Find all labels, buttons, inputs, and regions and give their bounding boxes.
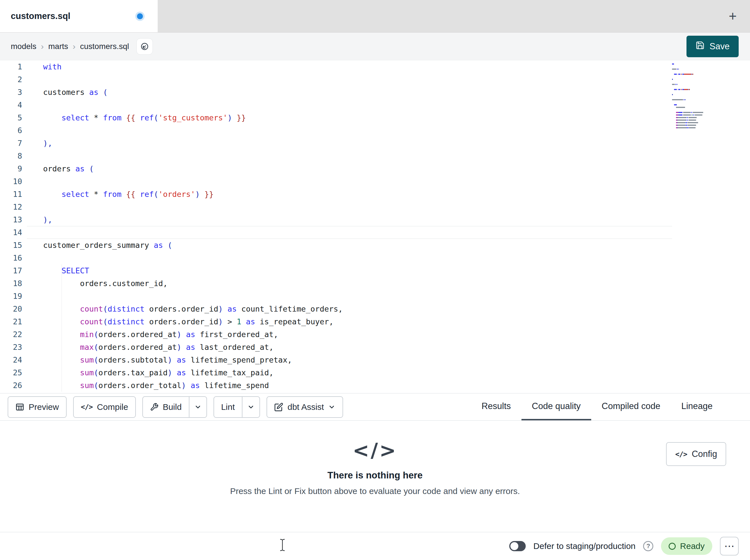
code-line-10[interactable]: 10 [0, 175, 750, 188]
minimap-line [672, 96, 715, 98]
plus-icon: + [729, 9, 737, 23]
minimap-line [672, 124, 715, 126]
build-button-main[interactable]: Build [143, 397, 189, 417]
code-line-25[interactable]: 25 sum(orders.tax_paid) as lifetime_tax_… [0, 366, 750, 379]
code-line-6[interactable]: 6 [0, 124, 750, 137]
line-number: 5 [0, 111, 27, 124]
line-number: 9 [0, 162, 27, 175]
status-badge[interactable]: Ready [661, 537, 712, 555]
line-number: 6 [0, 124, 27, 137]
help-icon[interactable]: ? [643, 541, 653, 551]
minimap-line [672, 91, 715, 93]
minimap-line [672, 106, 715, 108]
line-number: 10 [0, 175, 27, 188]
code-line-17[interactable]: 17 SELECT [0, 264, 750, 277]
chevron-down-icon [328, 403, 335, 411]
new-tab-button[interactable]: + [725, 8, 741, 24]
minimap-line [672, 113, 715, 116]
minimap-line [672, 93, 715, 96]
lint-dropdown[interactable] [242, 397, 259, 417]
save-button[interactable]: Save [687, 36, 739, 57]
line-number: 16 [0, 251, 27, 264]
tab-results[interactable]: Results [471, 393, 521, 420]
unsaved-changes-dot-icon [137, 13, 143, 19]
minimap-line [672, 80, 715, 83]
dbt-assist-button[interactable]: dbt Assist [267, 396, 343, 418]
minimap-line [672, 78, 715, 80]
save-icon [695, 41, 705, 52]
code-line-4[interactable]: 4 [0, 99, 750, 111]
tab-bar: customers.sql + [0, 0, 750, 33]
code-line-23[interactable]: 23 max(orders.ordered_at) as last_ordere… [0, 341, 750, 353]
line-number: 1 [0, 60, 27, 73]
line-number: 2 [0, 73, 27, 86]
code-icon: </> [81, 403, 93, 411]
minimap[interactable] [672, 63, 715, 129]
breadcrumb-item-customers-sql[interactable]: customers.sql [80, 42, 129, 51]
breadcrumb-item-models[interactable]: models [11, 42, 36, 51]
minimap-line [672, 126, 715, 129]
minimap-line [672, 103, 715, 106]
overflow-menu-button[interactable]: ⋯ [720, 537, 739, 556]
editor-tab-customers-sql[interactable]: customers.sql [0, 0, 158, 32]
tab-lineage[interactable]: Lineage [671, 393, 723, 420]
code-line-5[interactable]: 5 select * from {{ ref('stg_customers') … [0, 111, 750, 124]
line-number: 25 [0, 366, 27, 379]
minimap-line [672, 98, 715, 101]
build-button[interactable]: Build [142, 396, 207, 418]
minimap-line [672, 73, 715, 75]
line-number: 8 [0, 149, 27, 162]
breadcrumb-item-marts[interactable]: marts [48, 42, 68, 51]
result-tabs: ResultsCode qualityCompiled codeLineage [471, 393, 723, 420]
defer-toggle[interactable] [509, 541, 526, 551]
dbt-assist-button-label: dbt Assist [288, 402, 324, 412]
code-quality-panel: </> There is nothing here Press the Lint… [0, 421, 750, 532]
code-line-26[interactable]: 26 sum(orders.order_total) as lifetime_s… [0, 379, 750, 392]
lint-button-main[interactable]: Lint [214, 397, 242, 417]
code-line-18[interactable]: 18 orders.customer_id, [0, 277, 750, 290]
file-action-icon [140, 42, 149, 51]
code-line-2[interactable]: 2 [0, 73, 750, 86]
code-line-19[interactable]: 19 [0, 290, 750, 303]
code-line-12[interactable]: 12 [0, 201, 750, 213]
minimap-line [672, 121, 715, 124]
line-number: 7 [0, 137, 27, 149]
code-line-21[interactable]: 21 count(distinct orders.order_id) > 1 a… [0, 315, 750, 328]
tab-compiled-code[interactable]: Compiled code [591, 393, 671, 420]
config-button[interactable]: </> Config [666, 442, 726, 466]
code-line-11[interactable]: 11 select * from {{ ref('orders') }} [0, 188, 750, 201]
code-line-7[interactable]: 7), [0, 137, 750, 149]
code-line-24[interactable]: 24 sum(orders.subtotal) as lifetime_spen… [0, 353, 750, 366]
minimap-line [672, 83, 715, 86]
preview-button[interactable]: Preview [8, 396, 67, 418]
chevron-down-icon [247, 403, 255, 411]
build-dropdown[interactable] [189, 397, 206, 417]
line-number: 20 [0, 303, 27, 315]
line-number: 13 [0, 213, 27, 226]
minimap-line [672, 101, 715, 103]
code-line-3[interactable]: 3customers as ( [0, 86, 750, 99]
code-line-15[interactable]: 15customer_orders_summary as ( [0, 239, 750, 251]
line-number: 15 [0, 239, 27, 251]
compile-button[interactable]: </> Compile [73, 396, 136, 418]
code-line-20[interactable]: 20 count(distinct orders.order_id) as co… [0, 303, 750, 315]
line-number: 14 [0, 226, 27, 239]
code-line-9[interactable]: 9orders as ( [0, 162, 750, 175]
code-line-8[interactable]: 8 [0, 149, 750, 162]
breadcrumb-bar: models›marts›customers.sql Save [0, 33, 750, 60]
line-number: 12 [0, 201, 27, 213]
code-line-1[interactable]: 1with [0, 60, 750, 73]
code-line-16[interactable]: 16 [0, 251, 750, 264]
preview-button-label: Preview [28, 402, 59, 412]
minimap-line [672, 88, 715, 91]
file-action-button[interactable] [136, 38, 153, 55]
code-line-13[interactable]: 13), [0, 213, 750, 226]
line-number: 21 [0, 315, 27, 328]
tab-code-quality[interactable]: Code quality [521, 393, 591, 420]
code-line-22[interactable]: 22 min(orders.ordered_at) as first_order… [0, 328, 750, 341]
code-line-14[interactable]: 14 [0, 226, 750, 239]
code-editor[interactable]: 1with23customers as (45 select * from {{… [0, 60, 750, 393]
minimap-line [672, 70, 715, 73]
empty-state-message: Press the Lint or Fix button above to ev… [230, 486, 520, 496]
lint-button[interactable]: Lint [214, 396, 260, 418]
